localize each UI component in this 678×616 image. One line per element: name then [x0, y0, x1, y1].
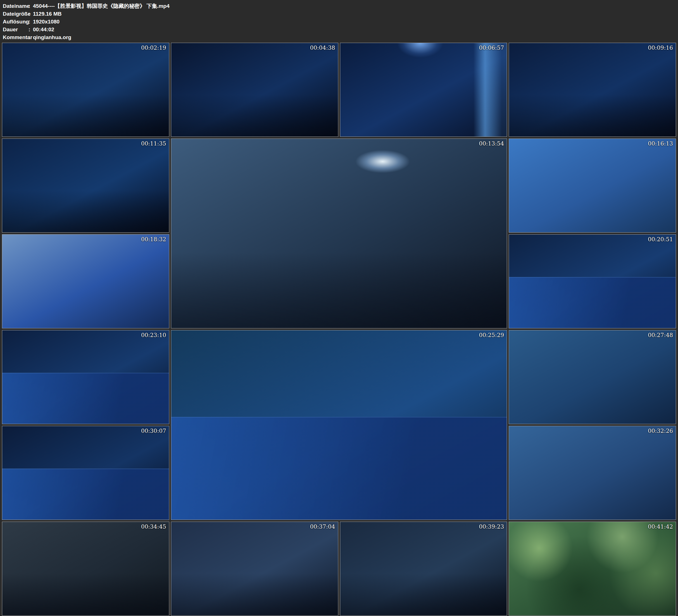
meta-separator: :	[29, 26, 33, 34]
meta-label: Auflösung	[3, 18, 29, 26]
timestamp-overlay: 00:06:57	[479, 44, 504, 51]
meta-row-comment: Kommentar:qinglanhua.org	[3, 34, 675, 41]
duration-value: 00:44:02	[33, 27, 54, 32]
meta-separator: :	[29, 18, 33, 26]
video-thumbnail: 00:18:32	[2, 234, 169, 329]
timestamp-overlay: 00:41:42	[648, 523, 673, 530]
timestamp-overlay: 00:32:26	[648, 427, 673, 434]
meta-row-resolution: Auflösung:1920x1080	[3, 18, 675, 26]
thumbnail-contact-sheet: 00:02:19 00:04:38 00:06:57 00:09:16 00:1…	[0, 41, 678, 616]
timestamp-overlay: 00:37:04	[310, 523, 335, 530]
meta-row-filesize: Dateigröße:1129.16 MB	[3, 10, 675, 18]
video-thumbnail: 00:32:26	[509, 426, 676, 520]
timestamp-overlay: 00:25:29	[479, 332, 504, 339]
video-thumbnail: 00:06:57	[340, 43, 507, 137]
timestamp-overlay: 00:23:10	[141, 332, 166, 339]
timestamp-overlay: 00:04:38	[310, 44, 335, 51]
filename-value: 45044----【胜景影视】韩国罪史《隐藏的秘密》 下集.mp4	[33, 3, 170, 9]
meta-row-duration: Dauer:00:44:02	[3, 26, 675, 34]
timestamp-overlay: 00:30:07	[141, 427, 166, 434]
video-thumbnail: 00:34:45	[2, 522, 169, 616]
video-thumbnail: 00:02:19	[2, 43, 169, 137]
comment-value: qinglanhua.org	[33, 34, 71, 40]
meta-label: Dateigröße	[3, 10, 29, 18]
timestamp-overlay: 00:20:51	[648, 236, 673, 243]
meta-label: Dauer	[3, 26, 29, 34]
meta-label: Kommentar	[3, 34, 29, 41]
meta-separator: :	[29, 34, 33, 41]
timestamp-overlay: 00:18:32	[141, 236, 166, 243]
video-thumbnail: 00:27:48	[509, 330, 676, 424]
timestamp-overlay: 00:27:48	[648, 332, 673, 339]
timestamp-overlay: 00:16:13	[648, 140, 673, 147]
file-metadata-header: Dateiname:45044----【胜景影视】韩国罪史《隐藏的秘密》 下集.…	[0, 0, 678, 41]
video-thumbnail: 00:09:16	[509, 43, 676, 137]
timestamp-overlay: 00:34:45	[141, 523, 166, 530]
video-thumbnail: 00:39:23	[340, 522, 507, 616]
meta-separator: :	[29, 10, 33, 18]
video-thumbnail: 00:30:07	[2, 426, 169, 520]
video-thumbnail: 00:20:51	[509, 234, 676, 329]
timestamp-overlay: 00:02:19	[141, 44, 166, 51]
video-thumbnail: 00:11:35	[2, 139, 169, 233]
meta-label: Dateiname	[3, 2, 29, 10]
video-thumbnail-large: 00:25:29	[171, 330, 507, 520]
timestamp-overlay: 00:09:16	[648, 44, 673, 51]
timestamp-overlay: 00:13:54	[479, 140, 504, 147]
video-thumbnail: 00:16:13	[509, 139, 676, 233]
video-thumbnail: 00:41:42	[509, 522, 676, 616]
video-thumbnail-large: 00:13:54	[171, 139, 507, 329]
meta-separator: :	[29, 2, 33, 10]
video-thumbnail: 00:04:38	[171, 43, 338, 137]
timestamp-overlay: 00:39:23	[479, 523, 504, 530]
timestamp-overlay: 00:11:35	[141, 140, 166, 147]
meta-row-filename: Dateiname:45044----【胜景影视】韩国罪史《隐藏的秘密》 下集.…	[3, 2, 675, 10]
video-thumbnail: 00:37:04	[171, 522, 338, 616]
filesize-value: 1129.16 MB	[33, 11, 62, 17]
video-thumbnail: 00:23:10	[2, 330, 169, 424]
resolution-value: 1920x1080	[33, 19, 60, 25]
